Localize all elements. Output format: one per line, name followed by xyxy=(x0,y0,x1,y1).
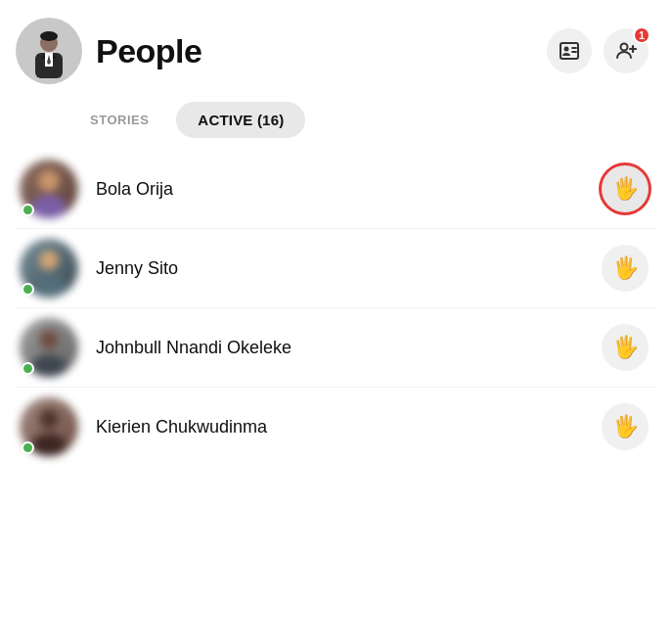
svg-point-16 xyxy=(31,195,67,218)
add-friend-button[interactable]: 1 xyxy=(604,28,649,73)
header: People 1 xyxy=(0,0,672,98)
tabs-row: STORIES ACTIVE (16) xyxy=(0,98,672,150)
online-indicator-1 xyxy=(22,204,34,216)
svg-point-22 xyxy=(31,434,67,456)
person-name-2: Jenny Sito xyxy=(96,258,602,279)
online-indicator-3 xyxy=(22,362,34,375)
contacts-icon xyxy=(558,39,581,63)
person-name-4: Kierien Chukwudinma xyxy=(96,417,602,437)
people-list: Bola Orija 🖐 Jenny Sito 🖐 xyxy=(0,150,672,466)
contacts-button[interactable] xyxy=(547,28,592,73)
avatar-wrap-1 xyxy=(20,160,78,218)
wave-button-1[interactable]: 🖐 xyxy=(602,165,649,212)
wave-button-3[interactable]: 🖐 xyxy=(602,324,649,371)
svg-point-21 xyxy=(39,409,59,429)
svg-point-9 xyxy=(564,47,569,52)
list-item[interactable]: Kierien Chukwudinma 🖐 xyxy=(16,388,656,466)
add-friend-icon xyxy=(614,39,638,63)
avatar-wrap-2 xyxy=(20,239,78,298)
tab-active[interactable]: ACTIVE (16) xyxy=(176,102,305,138)
online-indicator-4 xyxy=(22,441,34,454)
wave-button-2[interactable]: 🖐 xyxy=(602,245,649,292)
svg-point-18 xyxy=(31,275,67,298)
person-name-3: Johnbull Nnandi Okeleke xyxy=(96,338,602,358)
svg-point-19 xyxy=(39,330,59,349)
avatar-wrap-4 xyxy=(20,397,78,456)
svg-point-20 xyxy=(31,354,67,377)
svg-point-12 xyxy=(621,44,628,51)
online-indicator-2 xyxy=(22,283,34,296)
notification-badge: 1 xyxy=(633,26,650,44)
header-actions: 1 xyxy=(547,28,649,73)
page-title: People xyxy=(96,32,547,70)
list-item[interactable]: Johnbull Nnandi Okeleke 🖐 xyxy=(16,308,656,388)
header-avatar[interactable] xyxy=(16,18,82,84)
person-name-1: Bola Orija xyxy=(96,179,602,200)
tab-stories[interactable]: STORIES xyxy=(78,105,160,135)
list-item[interactable]: Bola Orija 🖐 xyxy=(16,150,656,229)
svg-point-17 xyxy=(39,251,59,270)
svg-rect-8 xyxy=(560,43,578,59)
avatar-wrap-3 xyxy=(20,318,78,377)
wave-button-4[interactable]: 🖐 xyxy=(602,403,649,450)
list-item[interactable]: Jenny Sito 🖐 xyxy=(16,229,656,308)
svg-point-7 xyxy=(40,31,58,41)
svg-point-15 xyxy=(38,170,60,192)
